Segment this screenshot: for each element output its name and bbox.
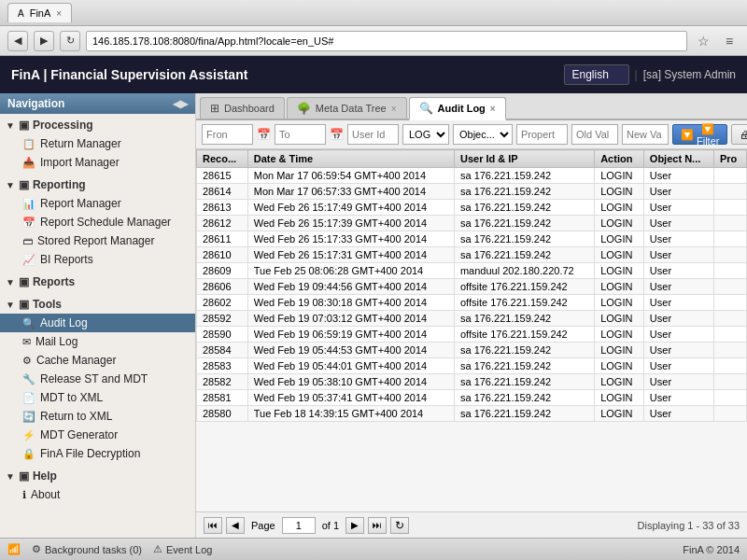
sidebar-group-reports-label[interactable]: ▼ ▣ Reports [0, 273, 195, 291]
forward-button[interactable]: ▶ [34, 31, 54, 51]
reload-button[interactable]: ↻ [60, 31, 80, 51]
page-number-input[interactable] [282, 517, 316, 534]
sidebar-group-processing-label[interactable]: ▼ ▣ Processing [0, 116, 195, 134]
cell-object: User [643, 279, 713, 295]
browser-tab[interactable]: A FinA × [7, 3, 72, 22]
mail-log-label: Mail Log [35, 335, 78, 348]
print-button[interactable]: 🖨 print ▼ [731, 124, 747, 145]
from-input[interactable] [202, 124, 253, 145]
sidebar-item-report-manager[interactable]: 📊 Report Manager [0, 194, 195, 213]
to-input[interactable] [275, 124, 326, 145]
sidebar-group-help-label[interactable]: ▼ ▣ Help [0, 467, 195, 485]
user-id-input[interactable] [347, 124, 399, 145]
filter-button[interactable]: 🔽 🔽 Filter [672, 124, 727, 145]
sidebar-item-report-schedule-manager[interactable]: 📅 Report Schedule Manager [0, 213, 195, 231]
table-row[interactable]: 28609 Tue Feb 25 08:06:28 GMT+400 2014 m… [197, 263, 747, 279]
sidebar-item-cache-manager[interactable]: ⚙ Cache Manager [0, 351, 195, 370]
tab-meta-data-tree[interactable]: 🌳 Meta Data Tree × [287, 97, 407, 119]
to-calendar-icon[interactable]: 📅 [330, 128, 344, 141]
fina-file-decryption-icon: 🔒 [22, 448, 35, 460]
cell-action: LOGIN [595, 184, 644, 200]
audit-log-tab-close[interactable]: × [490, 104, 496, 114]
table-row[interactable]: 28615 Mon Mar 17 06:59:54 GMT+400 2014 s… [197, 168, 747, 184]
sidebar-item-audit-log[interactable]: 🔍 Audit Log [0, 314, 195, 332]
col-record: Reco... [197, 150, 248, 168]
browser-tab-close[interactable]: × [56, 8, 62, 19]
table-row[interactable]: 28583 Wed Feb 19 05:44:01 GMT+400 2014 s… [197, 358, 747, 374]
sidebar-item-bi-reports[interactable]: 📈 BI Reports [0, 250, 195, 269]
meta-data-tree-tab-close[interactable]: × [391, 104, 397, 114]
table-row[interactable]: 28612 Wed Feb 26 15:17:39 GMT+400 2014 s… [197, 216, 747, 231]
cell-prop [714, 247, 747, 263]
tab-dashboard[interactable]: ⊞ Dashboard [200, 97, 285, 119]
address-bar[interactable] [86, 31, 687, 51]
fina-file-decryption-label: FinA File Decryption [40, 447, 140, 460]
old-val-input[interactable] [571, 124, 618, 145]
table-row[interactable]: 28611 Wed Feb 26 15:17:33 GMT+400 2014 s… [197, 231, 747, 247]
last-page-button[interactable]: ⏭ [368, 517, 387, 534]
table-header-row: Reco... Date & Time User Id & IP Action … [197, 150, 747, 168]
sidebar-item-about[interactable]: ℹ About [0, 485, 195, 504]
tab-audit-log[interactable]: 🔍 Audit Log × [409, 97, 506, 120]
table-row[interactable]: 28580 Tue Feb 18 14:39:15 GMT+400 2014 s… [197, 406, 747, 422]
table-row[interactable]: 28606 Wed Feb 19 09:44:56 GMT+400 2014 o… [197, 279, 747, 295]
sidebar-item-fina-file-decryption[interactable]: 🔒 FinA File Decryption [0, 444, 195, 463]
sidebar-item-mdt-to-xml[interactable]: 📄 MDT to XML [0, 388, 195, 407]
sidebar-group-reporting-label[interactable]: ▼ ▣ Reporting [0, 175, 195, 194]
table-row[interactable]: 28581 Wed Feb 19 05:37:41 GMT+400 2014 s… [197, 390, 747, 406]
mail-log-icon: ✉ [22, 336, 31, 348]
back-button[interactable]: ◀ [7, 31, 28, 51]
sidebar-collapse-button[interactable]: ◀▶ [173, 98, 188, 110]
audit-log-icon: 🔍 [22, 317, 35, 329]
language-select[interactable]: English [564, 64, 629, 85]
log-select[interactable]: LOG [402, 124, 449, 145]
sidebar-item-return-manager[interactable]: 📋 Return Manager [0, 134, 195, 153]
table-row[interactable]: 28584 Wed Feb 19 05:44:53 GMT+400 2014 s… [197, 343, 747, 358]
table-row[interactable]: 28610 Wed Feb 26 15:17:31 GMT+400 2014 s… [197, 247, 747, 263]
cell-record: 28613 [197, 200, 248, 216]
first-page-button[interactable]: ⏮ [204, 517, 222, 534]
return-to-xml-label: Return to XML [40, 410, 112, 423]
background-tasks-item[interactable]: ⚙ Background tasks (0) [32, 543, 142, 555]
return-manager-label: Return Manager [40, 137, 121, 150]
browser-menu-button[interactable]: ≡ [719, 31, 740, 51]
refresh-button[interactable]: ↻ [390, 517, 409, 534]
cell-record: 28610 [197, 247, 248, 263]
reports-group-text: Reports [33, 275, 75, 288]
processing-group-icon: ▣ [19, 119, 29, 132]
cell-action: LOGIN [595, 247, 644, 263]
stored-report-manager-label: Stored Report Manager [37, 234, 154, 247]
object-select[interactable]: Objec... [453, 124, 513, 145]
table-row[interactable]: 28582 Wed Feb 19 05:38:10 GMT+400 2014 s… [197, 374, 747, 390]
new-val-input[interactable] [622, 124, 669, 145]
cell-datetime: Wed Feb 26 15:17:33 GMT+400 2014 [247, 231, 454, 247]
prev-page-button[interactable]: ◀ [226, 517, 245, 534]
bi-reports-label: BI Reports [40, 253, 93, 266]
table-row[interactable]: 28592 Wed Feb 19 07:03:12 GMT+400 2014 s… [197, 311, 747, 327]
sidebar-group-tools-label[interactable]: ▼ ▣ Tools [0, 295, 195, 314]
sidebar-item-return-to-xml[interactable]: 🔄 Return to XML [0, 407, 195, 426]
event-log-item[interactable]: ⚠ Event Log [153, 543, 213, 555]
cell-action: LOGIN [595, 374, 644, 390]
processing-group-text: Processing [33, 119, 93, 132]
tools-group-icon: ▣ [19, 298, 29, 311]
table-row[interactable]: 28590 Wed Feb 19 06:59:19 GMT+400 2014 o… [197, 327, 747, 343]
sidebar-item-stored-report-manager[interactable]: 🗃 Stored Report Manager [0, 231, 195, 250]
table-row[interactable]: 28602 Wed Feb 19 08:30:18 GMT+400 2014 o… [197, 295, 747, 311]
cell-user-ip: sa 176.221.159.242 [454, 406, 594, 422]
property-input[interactable] [516, 124, 568, 145]
sidebar-item-mdt-generator[interactable]: ⚡ MDT Generator [0, 426, 195, 444]
sidebar-item-mail-log[interactable]: ✉ Mail Log [0, 332, 195, 351]
pagination-bar: ⏮ ◀ Page of 1 ▶ ⏭ ↻ Displaying 1 - 33 of… [196, 511, 747, 538]
bookmark-button[interactable]: ☆ [693, 31, 713, 51]
col-prop: Pro [714, 150, 747, 168]
table-row[interactable]: 28614 Mon Mar 17 06:57:33 GMT+400 2014 s… [197, 184, 747, 200]
toolbar: 📅 📅 LOG Objec... 🔽 🔽 Filter 🖨 print ▼ [196, 120, 747, 149]
sidebar-item-import-manager[interactable]: 📥 Import Manager [0, 153, 195, 172]
cell-object: User [643, 168, 713, 184]
sidebar-item-release-st-mdt[interactable]: 🔧 Release ST and MDT [0, 370, 195, 388]
next-page-button[interactable]: ▶ [345, 517, 364, 534]
table-row[interactable]: 28613 Wed Feb 26 15:17:49 GMT+400 2014 s… [197, 200, 747, 216]
from-calendar-icon[interactable]: 📅 [257, 128, 271, 141]
sidebar-group-processing: ▼ ▣ Processing 📋 Return Manager 📥 Import… [0, 114, 195, 174]
